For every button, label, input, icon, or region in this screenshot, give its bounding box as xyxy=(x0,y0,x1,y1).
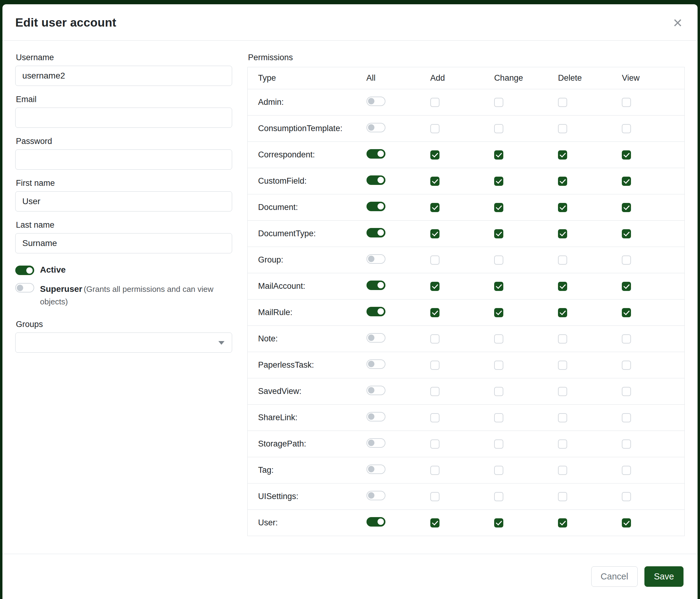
save-button[interactable]: Save xyxy=(644,566,683,587)
permission-add-checkbox[interactable] xyxy=(430,334,440,343)
permission-change-checkbox[interactable] xyxy=(494,439,503,449)
permission-all-toggle[interactable] xyxy=(367,149,385,159)
permission-delete-checkbox[interactable] xyxy=(558,256,567,265)
permission-view-checkbox[interactable] xyxy=(622,439,631,449)
permission-delete-checkbox[interactable] xyxy=(558,439,567,449)
permission-delete-checkbox[interactable] xyxy=(558,282,567,291)
permission-change-checkbox[interactable] xyxy=(494,203,503,212)
permission-change-checkbox[interactable] xyxy=(494,256,503,265)
permission-delete-checkbox[interactable] xyxy=(558,413,567,422)
permission-all-toggle[interactable] xyxy=(367,386,385,395)
permission-all-toggle[interactable] xyxy=(367,254,385,264)
permission-view-checkbox[interactable] xyxy=(622,308,631,317)
permission-delete-checkbox[interactable] xyxy=(558,466,567,475)
permission-change-checkbox[interactable] xyxy=(494,466,503,475)
permission-delete-checkbox[interactable] xyxy=(558,361,567,370)
permission-change-checkbox[interactable] xyxy=(494,150,503,160)
email-field[interactable] xyxy=(15,107,232,128)
permission-delete-checkbox[interactable] xyxy=(558,492,567,501)
permission-view-checkbox[interactable] xyxy=(622,98,631,107)
permission-all-toggle[interactable] xyxy=(367,281,385,290)
cancel-button[interactable]: Cancel xyxy=(591,566,638,587)
permission-add-checkbox[interactable] xyxy=(430,308,440,317)
password-field[interactable] xyxy=(15,149,232,170)
permission-view-checkbox[interactable] xyxy=(622,124,631,133)
permission-add-checkbox[interactable] xyxy=(430,177,440,186)
permission-delete-checkbox[interactable] xyxy=(558,387,567,396)
permission-add-checkbox[interactable] xyxy=(430,492,440,501)
toggle-knob xyxy=(368,492,374,499)
permission-delete-checkbox[interactable] xyxy=(558,203,567,212)
username-input[interactable] xyxy=(15,66,232,86)
permission-add-checkbox[interactable] xyxy=(430,98,440,107)
permission-change-checkbox[interactable] xyxy=(494,387,503,396)
modal-header: Edit user account × xyxy=(2,4,698,41)
permission-change-checkbox[interactable] xyxy=(494,361,503,370)
permission-delete-checkbox[interactable] xyxy=(558,124,567,133)
permission-view-checkbox[interactable] xyxy=(622,361,631,370)
permission-delete-checkbox[interactable] xyxy=(558,229,567,238)
permission-all-toggle[interactable] xyxy=(367,491,385,500)
permission-all-toggle[interactable] xyxy=(367,359,385,369)
permission-add-checkbox[interactable] xyxy=(430,387,440,396)
permission-add-checkbox[interactable] xyxy=(430,518,440,527)
permission-add-checkbox[interactable] xyxy=(430,439,440,449)
permission-delete-checkbox[interactable] xyxy=(558,150,567,160)
permission-add-checkbox[interactable] xyxy=(430,150,440,160)
permission-view-checkbox[interactable] xyxy=(622,518,631,527)
permission-view-checkbox[interactable] xyxy=(622,229,631,238)
permission-all-toggle[interactable] xyxy=(367,517,385,527)
active-toggle[interactable] xyxy=(15,266,34,275)
last-name-field[interactable] xyxy=(15,233,232,253)
permission-all-toggle[interactable] xyxy=(367,202,385,211)
toggle-knob xyxy=(377,203,384,210)
permission-delete-checkbox[interactable] xyxy=(558,334,567,343)
permission-all-toggle[interactable] xyxy=(367,464,385,474)
permission-change-checkbox[interactable] xyxy=(494,492,503,501)
permission-all-toggle[interactable] xyxy=(367,123,385,132)
permission-add-checkbox[interactable] xyxy=(430,124,440,133)
permission-view-checkbox[interactable] xyxy=(622,256,631,265)
first-name-field[interactable] xyxy=(15,191,232,212)
permission-change-checkbox[interactable] xyxy=(494,229,503,238)
permission-view-checkbox[interactable] xyxy=(622,466,631,475)
permission-all-toggle[interactable] xyxy=(367,97,385,106)
permission-view-checkbox[interactable] xyxy=(622,387,631,396)
permission-view-checkbox[interactable] xyxy=(622,282,631,291)
permission-all-toggle[interactable] xyxy=(367,175,385,185)
permission-add-checkbox[interactable] xyxy=(430,229,440,238)
permission-delete-checkbox[interactable] xyxy=(558,98,567,107)
permission-all-toggle[interactable] xyxy=(367,307,385,316)
permission-add-checkbox[interactable] xyxy=(430,466,440,475)
permission-change-checkbox[interactable] xyxy=(494,413,503,422)
permission-add-checkbox[interactable] xyxy=(430,256,440,265)
permission-change-checkbox[interactable] xyxy=(494,308,503,317)
permission-all-toggle[interactable] xyxy=(367,438,385,448)
permission-delete-checkbox[interactable] xyxy=(558,308,567,317)
permission-delete-checkbox[interactable] xyxy=(558,177,567,186)
permission-view-checkbox[interactable] xyxy=(622,177,631,186)
permission-delete-checkbox[interactable] xyxy=(558,518,567,527)
close-icon[interactable]: × xyxy=(671,15,684,30)
permission-change-checkbox[interactable] xyxy=(494,177,503,186)
permission-change-checkbox[interactable] xyxy=(494,334,503,343)
permission-view-checkbox[interactable] xyxy=(622,413,631,422)
permission-view-checkbox[interactable] xyxy=(622,150,631,160)
permission-add-checkbox[interactable] xyxy=(430,203,440,212)
permission-add-checkbox[interactable] xyxy=(430,413,440,422)
permission-change-checkbox[interactable] xyxy=(494,518,503,527)
permission-change-checkbox[interactable] xyxy=(494,282,503,291)
permission-view-checkbox[interactable] xyxy=(622,334,631,343)
permission-change-checkbox[interactable] xyxy=(494,98,503,107)
permission-add-checkbox[interactable] xyxy=(430,282,440,291)
permission-all-toggle[interactable] xyxy=(367,412,385,422)
permission-view-checkbox[interactable] xyxy=(622,203,631,212)
permission-view-checkbox[interactable] xyxy=(622,492,631,501)
modal-title: Edit user account xyxy=(15,16,116,29)
groups-select[interactable] xyxy=(15,333,232,353)
permission-add-checkbox[interactable] xyxy=(430,361,440,370)
permission-all-toggle[interactable] xyxy=(367,228,385,237)
permission-all-toggle[interactable] xyxy=(367,333,385,342)
permission-change-checkbox[interactable] xyxy=(494,124,503,133)
superuser-toggle[interactable] xyxy=(15,283,34,292)
